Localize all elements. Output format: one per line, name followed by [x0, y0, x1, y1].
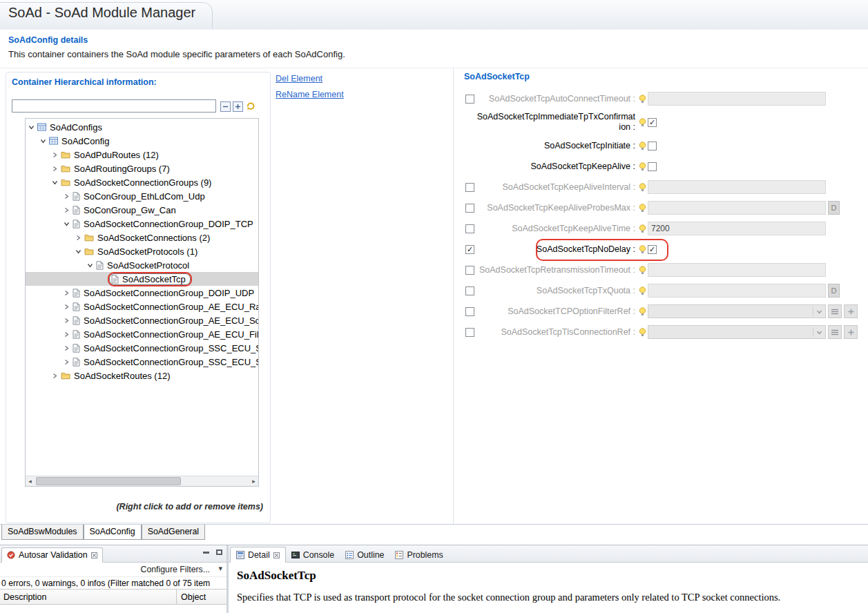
- collapse-chevron-icon[interactable]: [28, 124, 35, 130]
- param-value-input[interactable]: [648, 92, 826, 106]
- param-value-input[interactable]: [648, 180, 826, 194]
- document-icon: [73, 220, 80, 228]
- tree-item[interactable]: SoAdSocketConnectionGroup_SSC_ECU_Sd: [26, 341, 258, 355]
- expand-chevron-icon[interactable]: [63, 359, 70, 365]
- scroll-left-icon[interactable]: ◂: [26, 478, 35, 485]
- page-tab-soadconfig[interactable]: SoAdConfig: [84, 525, 142, 540]
- close-icon[interactable]: [273, 552, 280, 558]
- configure-filters-button[interactable]: Configure Filters...: [141, 565, 210, 574]
- bulb-icon: [637, 183, 648, 192]
- tree-item[interactable]: SoAdSocketConnectionGroup_AE_ECU_File: [26, 327, 258, 341]
- param-checkbox[interactable]: [648, 118, 657, 127]
- param-value-input[interactable]: [648, 222, 826, 235]
- param-enable-checkbox[interactable]: [465, 224, 474, 233]
- tree-item[interactable]: SoAdSocketConnectionGroup_DOIP_TCP: [26, 217, 258, 231]
- collapse-chevron-icon[interactable]: [63, 221, 70, 227]
- scroll-right-icon[interactable]: ▸: [249, 478, 258, 485]
- expand-chevron-icon[interactable]: [63, 331, 70, 338]
- tab-detail[interactable]: Detail: [230, 547, 286, 563]
- tab-problems[interactable]: Problems: [389, 547, 448, 562]
- param-enable-checkbox[interactable]: [465, 286, 474, 295]
- tree-item[interactable]: SoAdSocketConnectionGroup_DOIP_UDP: [26, 286, 258, 300]
- default-value-button[interactable]: D: [828, 201, 840, 215]
- param-enable-checkbox[interactable]: [465, 328, 474, 337]
- param-checkbox[interactable]: [648, 245, 657, 254]
- param-value-input[interactable]: [648, 201, 826, 215]
- config-icon: [49, 137, 58, 145]
- param-checkbox[interactable]: [648, 162, 657, 171]
- param-enable-checkbox[interactable]: [465, 245, 474, 254]
- collapse-chevron-icon[interactable]: [86, 262, 94, 269]
- param-enable-checkbox[interactable]: [465, 95, 474, 104]
- minimize-icon[interactable]: [203, 552, 209, 554]
- add-reference-button[interactable]: [844, 325, 858, 339]
- param-value-input[interactable]: [648, 284, 826, 298]
- tree-item[interactable]: SoAdConfig: [26, 134, 258, 148]
- expand-chevron-icon[interactable]: [63, 193, 70, 200]
- expand-chevron-icon[interactable]: [51, 166, 59, 172]
- tree-item[interactable]: SoAdSocketConnections (2): [26, 231, 258, 244]
- tree-item[interactable]: SoAdSocketConnectionGroups (9): [26, 175, 258, 189]
- tab-autosar-validation[interactable]: Autosar Validation: [1, 547, 103, 563]
- expand-chevron-icon[interactable]: [63, 207, 70, 213]
- param-enable-checkbox[interactable]: [465, 307, 474, 316]
- param-enable-checkbox[interactable]: [465, 204, 474, 213]
- expand-all-icon[interactable]: [233, 101, 243, 112]
- collapse-chevron-icon[interactable]: [51, 179, 59, 186]
- param-enable-checkbox[interactable]: [465, 266, 474, 275]
- refresh-icon[interactable]: [246, 100, 255, 110]
- list-button[interactable]: [828, 325, 842, 339]
- page-tab-soadbswmodules[interactable]: SoAdBswModules: [1, 525, 84, 540]
- param-enable-checkbox[interactable]: [465, 183, 474, 192]
- column-description[interactable]: Description: [0, 590, 177, 604]
- tree-item[interactable]: SoAdSocketConnectionGroup_AE_ECU_Son: [26, 313, 258, 327]
- param-control-cell: [648, 263, 863, 277]
- expand-chevron-icon[interactable]: [63, 304, 70, 310]
- param-checkbox[interactable]: [648, 142, 657, 150]
- expand-chevron-icon[interactable]: [51, 373, 59, 379]
- expand-chevron-icon[interactable]: [75, 235, 82, 241]
- maximize-icon[interactable]: [216, 549, 222, 555]
- tree-item[interactable]: SoAdPduRoutes (12): [26, 148, 258, 162]
- tree-item[interactable]: SoAdSocketProtocols (1): [26, 244, 258, 258]
- collapse-chevron-icon[interactable]: [75, 249, 82, 255]
- tree-item[interactable]: SoConGroup_EthLdCom_Udp: [26, 189, 258, 203]
- tree-filter-input[interactable]: [12, 99, 216, 113]
- tree-item[interactable]: SoConGroup_Gw_Can: [26, 203, 258, 217]
- param-combo[interactable]: [648, 304, 826, 318]
- tree-item[interactable]: SoAdSocketTcp: [26, 272, 258, 286]
- del-element-link[interactable]: Del Element: [276, 74, 344, 84]
- collapse-all-icon[interactable]: [220, 101, 231, 112]
- expand-chevron-icon[interactable]: [63, 318, 70, 324]
- close-icon[interactable]: [91, 552, 97, 558]
- param-combo[interactable]: [648, 325, 826, 339]
- add-reference-button[interactable]: [844, 304, 858, 318]
- column-object[interactable]: Object: [177, 592, 206, 602]
- tree-item[interactable]: SoAdConfigs: [26, 120, 258, 134]
- validation-table-header: Description Object: [0, 589, 226, 605]
- collapse-chevron-icon[interactable]: [39, 138, 47, 144]
- tree-item[interactable]: SoAdSocketConnectionGroup_SSC_ECU_Sd: [26, 355, 258, 369]
- validation-summary: 0 errors, 0 warnings, 0 infos (Filter ma…: [0, 577, 226, 589]
- default-value-button[interactable]: D: [828, 284, 840, 298]
- list-button[interactable]: [828, 304, 842, 318]
- tree-item[interactable]: SoAdSocketRoutes (12): [26, 369, 258, 382]
- tree-hint: (Right click to add or remove items): [116, 502, 263, 512]
- tab-outline[interactable]: Outline: [340, 547, 389, 562]
- tree-item[interactable]: SoAdSocketProtocol: [26, 258, 258, 272]
- tree-item[interactable]: SoAdRoutingGroups (7): [26, 162, 258, 175]
- rename-element-link[interactable]: ReName Element: [276, 90, 344, 99]
- bulb-icon: [637, 286, 648, 295]
- param-control-cell: [648, 92, 863, 106]
- param-value-input[interactable]: [648, 263, 826, 277]
- page-tab-soadgeneral[interactable]: SoAdGeneral: [142, 525, 205, 540]
- expand-chevron-icon[interactable]: [63, 290, 70, 296]
- scrollbar-thumb[interactable]: [36, 477, 181, 485]
- param-row: SoAdSocketTcpTlsConnectionRef :: [464, 324, 863, 340]
- tree-item[interactable]: SoAdSocketConnectionGroup_AE_ECU_Rad: [26, 300, 258, 313]
- tree-horizontal-scrollbar[interactable]: ◂ ▸: [26, 476, 258, 486]
- expand-chevron-icon[interactable]: [63, 345, 70, 351]
- expand-chevron-icon[interactable]: [51, 152, 59, 158]
- tab-console[interactable]: Console: [286, 547, 340, 562]
- view-menu-icon[interactable]: ▾: [218, 564, 222, 573]
